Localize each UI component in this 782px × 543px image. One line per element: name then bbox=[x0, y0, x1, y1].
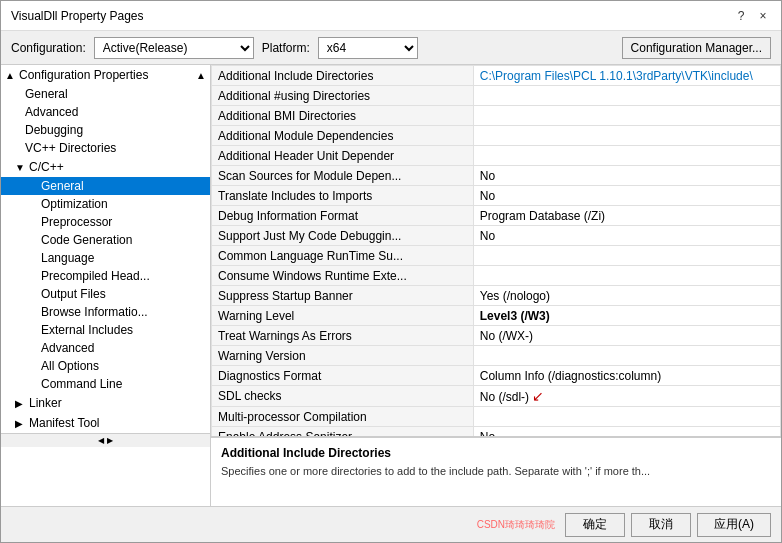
tree-item-vc-directories[interactable]: VC++ Directories bbox=[1, 139, 210, 157]
config-bar: Configuration: Active(Release) Platform:… bbox=[1, 31, 781, 65]
help-button[interactable]: ? bbox=[733, 8, 749, 24]
desc-panel: Additional Include Directories Specifies… bbox=[211, 436, 781, 506]
left-panel: ▲ Configuration Properties ▲ General Adv… bbox=[1, 65, 211, 506]
prop-value[interactable] bbox=[473, 106, 780, 126]
prop-value[interactable]: No bbox=[473, 226, 780, 246]
prop-name: Support Just My Code Debuggin... bbox=[212, 226, 474, 246]
prop-value[interactable]: No bbox=[473, 186, 780, 206]
prop-value[interactable]: No (/WX-) bbox=[473, 326, 780, 346]
left-scroll-bar[interactable]: ◀ ▶ bbox=[1, 433, 210, 447]
prop-name: SDL checks bbox=[212, 386, 474, 407]
tree-item-advanced[interactable]: Advanced bbox=[1, 103, 210, 121]
desc-text: Specifies one or more directories to add… bbox=[221, 464, 771, 479]
table-row: Translate Includes to ImportsNo bbox=[212, 186, 781, 206]
scrollbar-indicator: ▲ bbox=[196, 70, 206, 81]
tree-item-all-options[interactable]: All Options bbox=[1, 357, 210, 375]
tree-item-preprocessor[interactable]: Preprocessor bbox=[1, 213, 210, 231]
table-row: Debug Information FormatProgram Database… bbox=[212, 206, 781, 226]
title-bar: VisualDll Property Pages ? × bbox=[1, 1, 781, 31]
table-row: Consume Windows Runtime Exte... bbox=[212, 266, 781, 286]
linker-label: Linker bbox=[29, 396, 62, 410]
table-row: Suppress Startup BannerYes (/nologo) bbox=[212, 286, 781, 306]
prop-name: Warning Version bbox=[212, 346, 474, 366]
bottom-bar: CSDN琦琦琦琦院 确定 取消 应用(A) bbox=[1, 506, 781, 542]
prop-name: Additional Header Unit Depender bbox=[212, 146, 474, 166]
prop-value[interactable]: Column Info (/diagnostics:column) bbox=[473, 366, 780, 386]
tree-item-cpp-general[interactable]: General bbox=[1, 177, 210, 195]
prop-name: Consume Windows Runtime Exte... bbox=[212, 266, 474, 286]
tree-item-browse-information[interactable]: Browse Informatio... bbox=[1, 303, 210, 321]
ok-button[interactable]: 确定 bbox=[565, 513, 625, 537]
platform-select[interactable]: x64 bbox=[318, 37, 418, 59]
tree-item-manifest-tool[interactable]: ▶ Manifest Tool bbox=[1, 413, 210, 433]
right-panel: Additional Include DirectoriesC:\Program… bbox=[211, 65, 781, 506]
table-row: Enable Address Sanitizer...No bbox=[212, 427, 781, 437]
config-label: Configuration: bbox=[11, 41, 86, 55]
prop-value[interactable]: No (/sdl-) ↙ bbox=[473, 386, 780, 407]
tree-item-command-line[interactable]: Command Line bbox=[1, 375, 210, 393]
cpp-label: C/C++ bbox=[29, 160, 64, 174]
prop-name: Common Language RunTime Su... bbox=[212, 246, 474, 266]
prop-value[interactable]: No bbox=[473, 427, 780, 437]
prop-value[interactable]: Program Database (/Zi) bbox=[473, 206, 780, 226]
config-select[interactable]: Active(Release) bbox=[94, 37, 254, 59]
linker-expand-icon: ▶ bbox=[15, 398, 27, 409]
prop-value[interactable] bbox=[473, 246, 780, 266]
prop-name: Debug Information Format bbox=[212, 206, 474, 226]
prop-name: Multi-processor Compilation bbox=[212, 407, 474, 427]
prop-value[interactable] bbox=[473, 266, 780, 286]
prop-value[interactable]: Level3 (/W3) bbox=[473, 306, 780, 326]
prop-value[interactable]: C:\Program Files\PCL 1.10.1\3rdParty\VTK… bbox=[473, 66, 780, 86]
config-manager-button[interactable]: Configuration Manager... bbox=[622, 37, 771, 59]
apply-button[interactable]: 应用(A) bbox=[697, 513, 771, 537]
table-row: Additional Header Unit Depender bbox=[212, 146, 781, 166]
main-window: VisualDll Property Pages ? × Configurati… bbox=[0, 0, 782, 543]
prop-value[interactable] bbox=[473, 146, 780, 166]
table-row: SDL checksNo (/sdl-) ↙ bbox=[212, 386, 781, 407]
tree-item-cpp[interactable]: ▼ C/C++ bbox=[1, 157, 210, 177]
table-row: Multi-processor Compilation bbox=[212, 407, 781, 427]
prop-value[interactable]: Yes (/nologo) bbox=[473, 286, 780, 306]
platform-label: Platform: bbox=[262, 41, 310, 55]
tree-item-debugging[interactable]: Debugging bbox=[1, 121, 210, 139]
left-scroll-indicator: ◀ ▶ bbox=[98, 436, 112, 445]
tree-item-linker[interactable]: ▶ Linker bbox=[1, 393, 210, 413]
tree-item-language[interactable]: Language bbox=[1, 249, 210, 267]
prop-name: Additional #using Directories bbox=[212, 86, 474, 106]
red-arrow-icon: ↙ bbox=[532, 388, 544, 404]
cancel-button[interactable]: 取消 bbox=[631, 513, 691, 537]
prop-name: Warning Level bbox=[212, 306, 474, 326]
tree-item-cpp-advanced[interactable]: Advanced bbox=[1, 339, 210, 357]
tree-item-output-files[interactable]: Output Files bbox=[1, 285, 210, 303]
prop-value[interactable]: No bbox=[473, 166, 780, 186]
tree-root-label: Configuration Properties bbox=[19, 68, 148, 82]
tree-root-config-properties[interactable]: ▲ Configuration Properties ▲ bbox=[1, 65, 210, 85]
prop-name: Suppress Startup Banner bbox=[212, 286, 474, 306]
prop-name: Treat Warnings As Errors bbox=[212, 326, 474, 346]
table-row: Support Just My Code Debuggin...No bbox=[212, 226, 781, 246]
tree-item-optimization[interactable]: Optimization bbox=[1, 195, 210, 213]
prop-value[interactable] bbox=[473, 407, 780, 427]
prop-name: Translate Includes to Imports bbox=[212, 186, 474, 206]
prop-value[interactable] bbox=[473, 86, 780, 106]
prop-value[interactable] bbox=[473, 346, 780, 366]
tree-item-code-generation[interactable]: Code Generation bbox=[1, 231, 210, 249]
tree-item-precompiled-headers[interactable]: Precompiled Head... bbox=[1, 267, 210, 285]
main-content: ▲ Configuration Properties ▲ General Adv… bbox=[1, 65, 781, 506]
manifest-label: Manifest Tool bbox=[29, 416, 99, 430]
close-button[interactable]: × bbox=[755, 8, 771, 24]
title-bar-controls: ? × bbox=[733, 8, 771, 24]
table-row: Diagnostics FormatColumn Info (/diagnost… bbox=[212, 366, 781, 386]
window-title: VisualDll Property Pages bbox=[11, 9, 144, 23]
tree-item-external-includes[interactable]: External Includes bbox=[1, 321, 210, 339]
prop-name: Diagnostics Format bbox=[212, 366, 474, 386]
prop-name: Scan Sources for Module Depen... bbox=[212, 166, 474, 186]
tree-item-general[interactable]: General bbox=[1, 85, 210, 103]
prop-value[interactable] bbox=[473, 126, 780, 146]
table-row: Additional BMI Directories bbox=[212, 106, 781, 126]
manifest-expand-icon: ▶ bbox=[15, 418, 27, 429]
desc-title: Additional Include Directories bbox=[221, 446, 771, 460]
prop-name: Additional BMI Directories bbox=[212, 106, 474, 126]
table-row: Warning LevelLevel3 (/W3) bbox=[212, 306, 781, 326]
prop-name: Additional Module Dependencies bbox=[212, 126, 474, 146]
